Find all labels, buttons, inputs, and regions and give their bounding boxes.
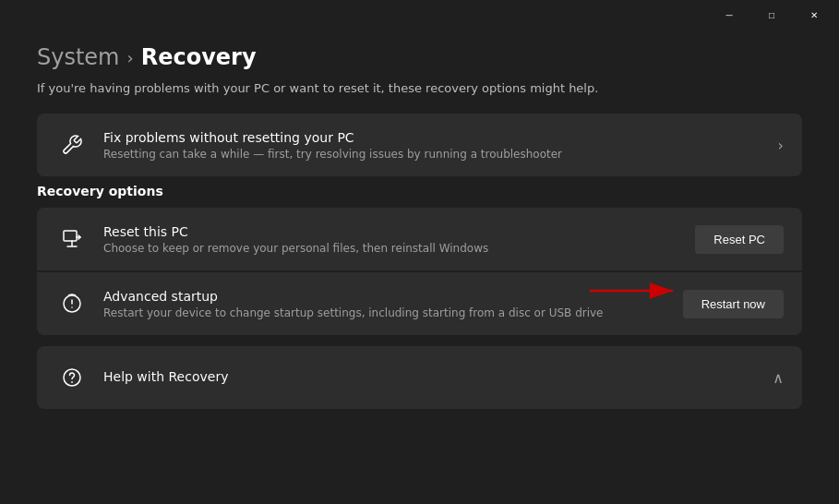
breadcrumb-separator: › xyxy=(127,48,134,67)
advanced-startup-card[interactable]: Advanced startup Restart your device to … xyxy=(37,272,802,335)
advanced-startup-icon xyxy=(55,287,89,320)
maximize-button[interactable]: □ xyxy=(750,0,793,30)
svg-rect-0 xyxy=(64,231,77,241)
breadcrumb-system[interactable]: System xyxy=(37,44,120,70)
help-recovery-title: Help with Recovery xyxy=(103,369,228,384)
svg-point-3 xyxy=(72,382,73,383)
fix-problems-chevron: › xyxy=(778,137,784,154)
title-bar: ─ □ ✕ xyxy=(0,0,839,30)
minimize-button[interactable]: ─ xyxy=(708,0,750,30)
reset-icon xyxy=(55,222,89,256)
reset-pc-title: Reset this PC xyxy=(103,224,684,239)
recovery-options-title: Recovery options xyxy=(37,184,802,198)
fix-problems-card[interactable]: Fix problems without resetting your PC R… xyxy=(37,114,802,176)
main-content: System › Recovery If you're having probl… xyxy=(0,30,839,427)
close-button[interactable]: ✕ xyxy=(793,0,835,30)
help-icon xyxy=(55,361,89,394)
fix-problems-title: Fix problems without resetting your PC xyxy=(103,130,767,145)
advanced-startup-title: Advanced startup xyxy=(103,289,672,304)
breadcrumb: System › Recovery xyxy=(37,44,802,70)
page-description: If you're having problems with your PC o… xyxy=(37,81,802,95)
advanced-startup-text: Advanced startup Restart your device to … xyxy=(103,289,672,319)
reset-pc-card[interactable]: Reset this PC Choose to keep or remove y… xyxy=(37,208,802,270)
reset-pc-text: Reset this PC Choose to keep or remove y… xyxy=(103,224,684,255)
wrench-icon xyxy=(55,128,89,162)
help-recovery-card[interactable]: Help with Recovery ∧ xyxy=(37,346,802,409)
advanced-startup-subtitle: Restart your device to change startup se… xyxy=(103,306,672,319)
help-chevron: ∧ xyxy=(773,369,784,387)
restart-now-button[interactable]: Restart now xyxy=(683,290,784,318)
recovery-options-group: Reset this PC Choose to keep or remove y… xyxy=(37,208,802,335)
fix-problems-text: Fix problems without resetting your PC R… xyxy=(103,130,767,161)
breadcrumb-current: Recovery xyxy=(141,44,257,70)
fix-problems-subtitle: Resetting can take a while — first, try … xyxy=(103,148,767,161)
reset-pc-subtitle: Choose to keep or remove your personal f… xyxy=(103,242,684,255)
reset-pc-button[interactable]: Reset PC xyxy=(695,225,784,254)
